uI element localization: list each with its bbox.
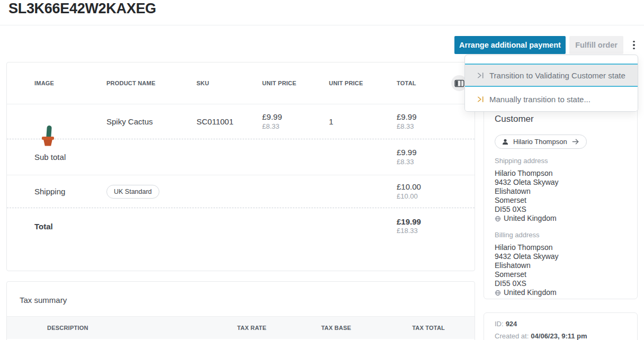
column-header-unit-price: UNIT PRICE: [262, 80, 329, 86]
total-main: £19.99: [397, 217, 421, 226]
subtotal-main: £9.99: [397, 148, 417, 157]
address-line: Elishatown: [495, 261, 627, 270]
order-items-card: IMAGE PRODUCT NAME SKU UNIT PRICE UNIT P…: [6, 62, 475, 271]
line-total: £9.99 £8.33: [397, 112, 462, 131]
person-icon: [502, 138, 509, 146]
address-line: Elishatown: [495, 187, 627, 196]
total-secondary: £18.33: [397, 227, 462, 235]
menu-item-label: Transition to Validating Customer state: [489, 71, 625, 80]
order-id-label: ID:: [495, 320, 504, 327]
columns-icon: [454, 79, 464, 87]
subtotal-secondary: £8.33: [397, 158, 462, 166]
country-line: United Kingdom: [495, 288, 627, 297]
column-header-tax-total: TAX TOTAL: [351, 325, 445, 331]
unit-price-secondary: £8.33: [262, 122, 329, 131]
order-table-header: IMAGE PRODUCT NAME SKU UNIT PRICE UNIT P…: [7, 62, 475, 104]
shipping-secondary: £10.00: [397, 192, 462, 201]
quantity: 1: [329, 117, 397, 126]
kebab-dot-icon: [633, 44, 635, 46]
unit-price: £9.99 £8.33: [262, 112, 329, 131]
address-line: Somerset: [495, 270, 627, 279]
address-line: DI55 0XS: [495, 279, 627, 288]
customer-card: Customer Hilario Thompson Shipping addre…: [484, 104, 638, 299]
shipping-address: Hilario Thompson 9432 Oleta Skyway Elish…: [495, 169, 627, 223]
tax-summary-title: Tax summary: [7, 282, 475, 316]
column-header-image: IMAGE: [34, 80, 106, 86]
country-line: United Kingdom: [495, 214, 627, 223]
column-header-description: DESCRIPTION: [47, 325, 182, 331]
order-meta-card: ID: 924 Created at: 04/06/23, 9:11 pm: [484, 312, 638, 340]
fulfill-order-button[interactable]: Fulfill order: [569, 36, 623, 54]
total-row: Total £19.99 £18.33: [7, 208, 475, 244]
column-header-product-name: PRODUCT NAME: [106, 80, 196, 86]
arrange-additional-payment-button[interactable]: Arrange additional payment: [454, 36, 566, 54]
address-line: DI55 0XS: [495, 205, 627, 214]
product-name: Spiky Cactus: [106, 117, 196, 126]
shipping-row: Shipping UK Standard £10.00 £10.00: [7, 175, 475, 208]
subtotal-row: Sub total £9.99 £8.33: [7, 139, 475, 175]
shipping-label: Shipping: [34, 187, 106, 196]
billing-address-label: Billing address: [495, 231, 627, 239]
column-header-sku: SKU: [196, 80, 262, 86]
subtotal-label: Sub total: [34, 153, 106, 162]
shipping-address-label: Shipping address: [495, 157, 627, 165]
column-header-tax-rate: TAX RATE: [182, 325, 266, 331]
transition-state-icon: [477, 71, 485, 79]
tax-summary-card: Tax summary DESCRIPTION TAX RATE TAX BAS…: [6, 281, 475, 340]
shipping-amount: £10.00 £10.00: [397, 182, 462, 201]
country-name: United Kingdom: [504, 288, 557, 297]
customer-title: Customer: [495, 114, 627, 124]
address-line: Hilario Thompson: [495, 169, 627, 178]
country-name: United Kingdom: [504, 214, 557, 223]
shipping-main: £10.00: [397, 182, 421, 191]
address-line: 9432 Oleta Skyway: [495, 252, 627, 261]
action-bar: Arrange additional payment Fulfill order: [454, 36, 641, 54]
order-id-value: 924: [506, 320, 517, 327]
address-line: 9432 Oleta Skyway: [495, 178, 627, 187]
product-sku: SC011001: [196, 117, 262, 126]
total-amount: £19.99 £18.33: [397, 217, 462, 236]
billing-address: Hilario Thompson 9432 Oleta Skyway Elish…: [495, 243, 627, 297]
shipping-method: UK Standard: [106, 185, 196, 199]
globe-icon: [495, 290, 501, 296]
tax-table-header: DESCRIPTION TAX RATE TAX BASE TAX TOTAL: [7, 316, 475, 339]
order-id: ID: 924: [495, 320, 627, 327]
header-divider: [0, 25, 644, 25]
shipping-method-badge: UK Standard: [106, 185, 159, 199]
customer-link-pill[interactable]: Hilario Thompson: [495, 135, 587, 149]
state-transition-menu: Transition to Validating Customer state …: [464, 55, 638, 112]
page-title: SL3K66E42W2KAXEG: [8, 1, 156, 17]
unit-price-main: £9.99: [262, 112, 282, 121]
menu-item-transition-validating-customer[interactable]: Transition to Validating Customer state: [465, 64, 638, 87]
kebab-dot-icon: [633, 48, 635, 50]
line-total-secondary: £8.33: [397, 122, 462, 131]
menu-spacer: [465, 55, 638, 64]
subtotal-amount: £9.99 £8.33: [397, 148, 462, 166]
transition-state-icon: [477, 95, 485, 103]
order-detail-page: SL3K66E42W2KAXEG Arrange additional paym…: [0, 0, 644, 340]
total-label: Total: [34, 222, 106, 231]
address-line: Somerset: [495, 196, 627, 205]
line-total-main: £9.99: [397, 112, 417, 121]
order-created-value: 04/06/23, 9:11 pm: [531, 333, 587, 339]
address-line: Hilario Thompson: [495, 243, 627, 252]
order-created-label: Created at:: [495, 333, 529, 339]
line-item-row: Spiky Cactus SC011001 £9.99 £8.33 1 £9.9…: [7, 104, 475, 139]
customer-name: Hilario Thompson: [513, 138, 567, 146]
order-created: Created at: 04/06/23, 9:11 pm: [495, 333, 627, 339]
menu-item-manually-transition[interactable]: Manually transition to state...: [465, 87, 638, 111]
kebab-dot-icon: [633, 41, 635, 43]
menu-item-label: Manually transition to state...: [489, 95, 591, 104]
column-header-tax-base: TAX BASE: [266, 325, 351, 331]
more-actions-button[interactable]: [627, 36, 641, 54]
arrow-right-icon: [571, 138, 579, 146]
globe-icon: [495, 216, 501, 222]
column-header-unit-price-2: UNIT PRICE: [329, 80, 397, 86]
